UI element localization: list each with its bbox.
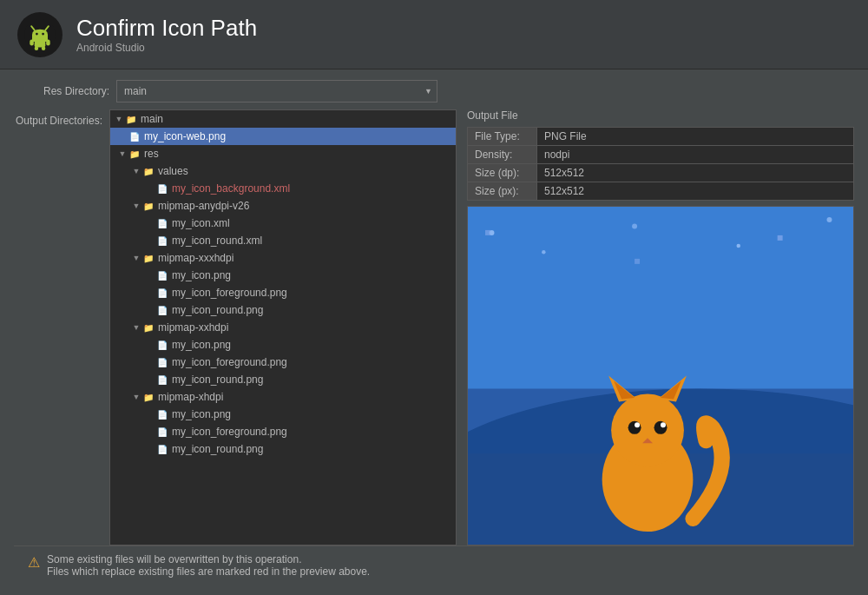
dialog-title: Confirm Icon Path xyxy=(76,15,257,42)
tree-item-name: mipmap-xxxhdpi xyxy=(158,252,233,264)
app-name: Android Studio xyxy=(76,42,257,54)
res-directory-label: Res Directory: xyxy=(14,85,109,97)
file-icon: 📄 xyxy=(128,129,141,143)
res-directory-select[interactable]: main xyxy=(116,80,437,102)
svg-point-4 xyxy=(42,32,44,35)
info-label: Size (dp): xyxy=(468,164,537,182)
tree-item[interactable]: 📄my_icon_foreground.png xyxy=(110,423,456,440)
file-icon: 📄 xyxy=(155,216,169,230)
svg-point-3 xyxy=(36,32,38,35)
info-value: nodpi xyxy=(537,146,854,164)
svg-point-20 xyxy=(737,244,740,248)
folder-icon: 📁 xyxy=(141,164,155,178)
info-value: 512x512 xyxy=(537,164,854,182)
tree-item-name: my_icon_round.xml xyxy=(172,235,262,247)
tree-item[interactable]: 📄my_icon.png xyxy=(110,267,456,284)
file-tree[interactable]: ▼📁main📄my_icon-web.png▼📁res▼📁values📄my_i… xyxy=(109,109,457,545)
tree-item-name: my_icon.png xyxy=(172,269,231,281)
tree-item[interactable]: ▼📁mipmap-xxxhdpi xyxy=(110,249,456,267)
svg-rect-8 xyxy=(35,46,39,50)
info-label: Size (px): xyxy=(468,182,537,201)
svg-point-19 xyxy=(632,223,637,228)
right-panel: Output File File Type:PNG FileDensity:no… xyxy=(457,109,854,545)
output-file-header: Output File xyxy=(467,109,854,122)
tree-item[interactable]: 📄my_icon_background.xml xyxy=(110,180,456,197)
warning-line-2: Files which replace existing files are m… xyxy=(47,565,370,578)
info-table-row: Size (dp):512x512 xyxy=(468,164,854,182)
tree-item[interactable]: ▼📁res xyxy=(110,145,456,162)
res-directory-row: Res Directory: main xyxy=(14,80,854,102)
expand-icon: ▼ xyxy=(114,112,124,126)
svg-rect-25 xyxy=(778,235,783,241)
file-icon: 📄 xyxy=(155,286,169,300)
info-value: PNG File xyxy=(537,128,854,146)
warning-icon: ⚠ xyxy=(28,554,40,571)
svg-point-37 xyxy=(661,422,666,427)
info-value: 512x512 xyxy=(537,182,854,201)
file-icon: 📄 xyxy=(155,268,169,282)
svg-rect-24 xyxy=(635,259,640,264)
tree-item-name: my_icon_foreground.png xyxy=(172,426,287,438)
svg-point-21 xyxy=(827,217,832,222)
header-text-group: Confirm Icon Path Android Studio xyxy=(76,15,257,54)
tree-item-name: values xyxy=(158,165,188,177)
svg-rect-23 xyxy=(485,230,490,235)
preview-area xyxy=(467,206,854,545)
folder-icon: 📁 xyxy=(124,112,138,126)
expand-icon: ▼ xyxy=(131,199,141,213)
tree-item[interactable]: 📄my_icon_foreground.png xyxy=(110,354,456,371)
tree-item[interactable]: ▼📁mipmap-xhdpi xyxy=(110,388,456,406)
tree-item-name: my_icon_round.png xyxy=(172,443,263,455)
file-icon: 📄 xyxy=(155,373,169,387)
tree-item[interactable]: 📄my_icon_round.png xyxy=(110,371,456,388)
left-panel-inner: Output Directories: ▼📁main📄my_icon-web.p… xyxy=(14,109,457,545)
expand-icon: ▼ xyxy=(131,164,141,178)
folder-icon: 📁 xyxy=(141,390,155,404)
warning-text: Some existing files will be overwritten … xyxy=(47,553,370,578)
folder-icon: 📁 xyxy=(141,251,155,265)
tree-item-name: my_icon_round.png xyxy=(172,304,263,316)
svg-point-36 xyxy=(635,422,640,427)
info-table-row: File Type:PNG File xyxy=(468,128,854,146)
svg-point-18 xyxy=(542,250,545,254)
tree-item[interactable]: ▼📁values xyxy=(110,162,456,180)
expand-icon: ▼ xyxy=(131,251,141,265)
res-directory-select-wrapper[interactable]: main xyxy=(116,80,437,102)
tree-item[interactable]: 📄my_icon_round.png xyxy=(110,440,456,458)
folder-icon: 📁 xyxy=(141,199,155,213)
tree-item[interactable]: 📄my_icon.png xyxy=(110,336,456,354)
warning-line-1: Some existing files will be overwritten … xyxy=(47,553,370,565)
tree-item-name: my_icon.xml xyxy=(172,217,230,229)
info-table-row: Size (px):512x512 xyxy=(468,182,854,201)
tree-item[interactable]: 📄my_icon.png xyxy=(110,406,456,423)
tree-item-name: res xyxy=(144,148,159,160)
tree-item[interactable]: 📄my_icon.xml xyxy=(110,215,456,232)
output-directories-label: Output Directories: xyxy=(14,109,109,545)
panels-container: Output Directories: ▼📁main📄my_icon-web.p… xyxy=(14,109,854,545)
svg-rect-5 xyxy=(35,41,46,47)
dialog-header: Confirm Icon Path Android Studio xyxy=(0,0,868,69)
tree-item[interactable]: ▼📁main xyxy=(110,110,456,128)
expand-icon: ▼ xyxy=(131,390,141,404)
folder-icon: 📁 xyxy=(128,147,141,161)
tree-item[interactable]: ▼📁mipmap-anydpi-v26 xyxy=(110,197,456,215)
tree-item-name: main xyxy=(141,113,163,125)
tree-item[interactable]: 📄my_icon_round.xml xyxy=(110,232,456,249)
tree-item-name: my_icon-web.png xyxy=(144,130,226,142)
tree-item-name: mipmap-xhdpi xyxy=(158,391,223,403)
expand-icon: ▼ xyxy=(117,147,128,161)
tree-item-name: mipmap-anydpi-v26 xyxy=(158,200,249,212)
tree-item-name: my_icon_background.xml xyxy=(172,182,290,195)
folder-icon: 📁 xyxy=(141,321,155,334)
svg-rect-16 xyxy=(468,207,853,388)
left-panel: Output Directories: ▼📁main📄my_icon-web.p… xyxy=(14,109,457,545)
file-icon: 📄 xyxy=(155,303,169,317)
file-icon: 📄 xyxy=(155,234,169,248)
tree-item[interactable]: 📄my_icon_round.png xyxy=(110,301,456,319)
tree-item[interactable]: 📄my_icon_foreground.png xyxy=(110,284,456,301)
warning-bar: ⚠ Some existing files will be overwritte… xyxy=(14,545,854,585)
info-label: Density: xyxy=(468,146,537,164)
svg-rect-6 xyxy=(30,39,34,45)
tree-item[interactable]: 📄my_icon-web.png xyxy=(110,128,456,145)
tree-item[interactable]: ▼📁mipmap-xxhdpi xyxy=(110,319,456,336)
